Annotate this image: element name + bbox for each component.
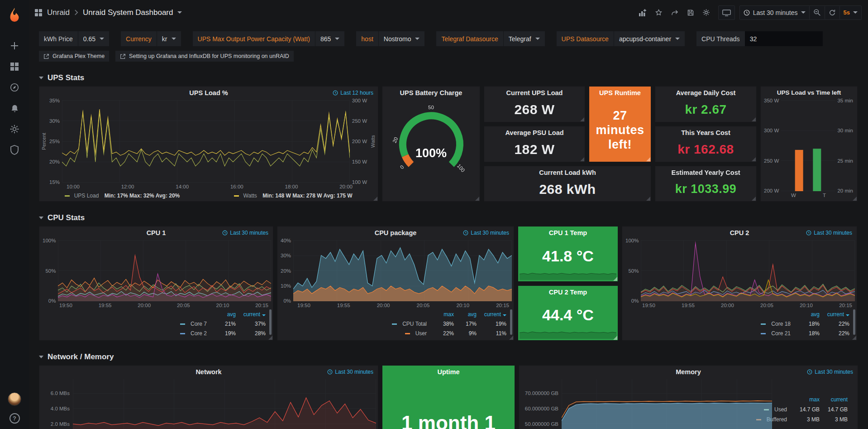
panel-average-psu-load: Average PSU Load 182 W bbox=[484, 126, 585, 162]
panel-title[interactable]: CPU 2 Temp bbox=[518, 286, 618, 299]
series-swatch bbox=[392, 323, 397, 325]
variable-label: UPS Max Output Power Capacity (Watt) bbox=[193, 31, 315, 46]
star-button[interactable] bbox=[651, 6, 666, 19]
dashboard-picker-caret-icon[interactable] bbox=[177, 11, 182, 14]
legend-sort-current[interactable]: current bbox=[821, 310, 849, 319]
grafana-logo-icon[interactable] bbox=[6, 6, 23, 24]
dashboard-settings-button[interactable] bbox=[699, 6, 714, 19]
network-chart-canvas[interactable] bbox=[73, 379, 376, 429]
variable-value-dropdown[interactable]: apcupsd-container bbox=[614, 31, 685, 46]
panel-title[interactable]: Current UPS Load bbox=[484, 87, 585, 99]
add-panel-button[interactable] bbox=[635, 6, 650, 19]
variable-currency: Currency kr bbox=[121, 31, 181, 46]
link-ups-monitoring-guide[interactable]: Setting up Grafana and InfluxDB for UPS … bbox=[115, 51, 294, 62]
legend-series-toggle[interactable]: Watts bbox=[243, 193, 257, 199]
y-axis-ticks-left: 350 W300 W250 W200 W bbox=[762, 98, 781, 193]
memory-chart-canvas[interactable] bbox=[562, 379, 772, 429]
panel-title[interactable]: UPS Battery Charge bbox=[382, 87, 480, 99]
panel-title[interactable]: Average Daily Cost bbox=[655, 87, 756, 99]
dashboard-title[interactable]: Unraid System Dashboard bbox=[83, 8, 173, 17]
panel-title[interactable]: Uptime bbox=[382, 366, 515, 378]
legend-sort-avg[interactable]: avg bbox=[797, 310, 820, 319]
variable-cpu-threads: CPU Threads bbox=[696, 31, 823, 46]
refresh-interval-picker[interactable]: 5s bbox=[839, 6, 861, 19]
panel-title[interactable]: Current Load kWh bbox=[484, 166, 651, 179]
panel-current-ups-load: Current UPS Load 268 W bbox=[484, 86, 585, 122]
legend-series-toggle[interactable]: Core 2 bbox=[180, 329, 211, 338]
apps-grid-icon[interactable] bbox=[34, 9, 43, 17]
settings-gear-icon[interactable] bbox=[5, 120, 24, 139]
panel-title[interactable]: UPS Runtime bbox=[589, 87, 651, 99]
legend-series-toggle[interactable]: Core 21 bbox=[761, 329, 795, 338]
y-axis-ticks-right: 300 W250 W200 W150 W100 W bbox=[350, 98, 369, 185]
panel-title[interactable]: Estimated Yearly Cost bbox=[655, 166, 756, 179]
variable-value-dropdown[interactable]: 0.65 bbox=[78, 31, 109, 46]
variable-ups-datasource: UPS Datasource apcupsd-container bbox=[557, 31, 685, 46]
create-plus-icon[interactable] bbox=[5, 36, 24, 55]
panel-title[interactable]: CPU 1 Temp bbox=[518, 227, 618, 239]
sort-caret-icon bbox=[262, 314, 266, 316]
sidebar: ? bbox=[0, 0, 29, 429]
cpu-package-chart-canvas[interactable] bbox=[293, 240, 512, 301]
link-grafana-plex-theme[interactable]: Grafana Plex Theme bbox=[39, 51, 109, 62]
help-icon[interactable]: ? bbox=[10, 413, 20, 424]
variable-value-dropdown[interactable]: Nostromo bbox=[378, 31, 425, 46]
panel-cpu-package: CPU package Last 30 minutes 40%30%20%10%… bbox=[277, 226, 514, 341]
dashboards-icon[interactable] bbox=[5, 57, 24, 76]
panel-title[interactable]: UPS Load % bbox=[39, 87, 378, 99]
legend-series-toggle[interactable]: User bbox=[405, 329, 431, 338]
legend-series-toggle[interactable]: Core 7 bbox=[180, 319, 211, 329]
legend-sort-avg[interactable]: avg bbox=[456, 310, 477, 319]
cpu-threads-input[interactable] bbox=[745, 31, 823, 46]
x-axis-ticks: 19:5019:5520:0020:0520:1020:15 bbox=[277, 301, 514, 308]
panel-title[interactable]: UPS Load vs Time left bbox=[761, 87, 857, 99]
shield-icon[interactable] bbox=[5, 140, 24, 159]
series-swatch bbox=[180, 323, 185, 325]
legend-sort-max[interactable]: max bbox=[793, 395, 820, 405]
panel-time-override: Last 30 minutes bbox=[806, 230, 852, 236]
legend-row: Core 18 18% 22% bbox=[761, 319, 849, 329]
y-axis-ticks: 100%50%0% bbox=[40, 238, 58, 304]
time-range-picker[interactable]: Last 30 minutes bbox=[740, 6, 809, 19]
zoom-out-button[interactable] bbox=[809, 6, 825, 19]
cpu2-chart-canvas[interactable] bbox=[641, 240, 855, 301]
legend-scrollbar[interactable] bbox=[269, 309, 272, 335]
panel-title[interactable]: Average PSU Load bbox=[484, 126, 585, 139]
row-header-network-memory[interactable]: Network / Memory bbox=[29, 341, 868, 365]
legend-sort-current[interactable]: current bbox=[238, 310, 266, 319]
variable-value-dropdown[interactable]: 865 bbox=[315, 31, 344, 46]
legend-sort-avg[interactable]: avg bbox=[213, 310, 236, 319]
variable-value-dropdown[interactable]: kr bbox=[157, 31, 181, 46]
legend-scrollbar[interactable] bbox=[510, 309, 512, 335]
stat-value: kr 1033.99 bbox=[655, 179, 756, 201]
row-header-ups-stats[interactable]: UPS Stats bbox=[29, 62, 868, 86]
refresh-interval-caret-icon bbox=[853, 11, 858, 14]
panel-time-override: Last 30 minutes bbox=[327, 369, 373, 375]
legend-series-toggle[interactable]: Core 18 bbox=[761, 319, 795, 329]
ups-load-chart-canvas[interactable] bbox=[62, 100, 350, 183]
panel-ups-load-vs-time-left: UPS Load vs Time left 350 W300 W250 W200… bbox=[760, 86, 858, 202]
legend-series-toggle[interactable]: UPS Load bbox=[74, 193, 99, 199]
cycle-view-tv-button[interactable] bbox=[719, 6, 734, 19]
user-avatar[interactable] bbox=[8, 392, 21, 406]
ups-stats-grid: Current UPS Load 268 W UPS Runtime 27 mi… bbox=[484, 86, 757, 202]
alerting-bell-icon[interactable] bbox=[5, 99, 24, 118]
breadcrumb-org[interactable]: Unraid bbox=[47, 8, 70, 17]
cpu1-chart-canvas[interactable] bbox=[58, 240, 271, 301]
legend-sort-max[interactable]: max bbox=[433, 310, 454, 319]
legend-sort-current[interactable]: current bbox=[478, 310, 506, 319]
legend-sort-current[interactable]: current bbox=[821, 395, 848, 405]
row-header-cpu-stats[interactable]: CPU Stats bbox=[29, 202, 868, 226]
explore-compass-icon[interactable] bbox=[5, 78, 24, 97]
ups-bar-chart-canvas[interactable] bbox=[781, 100, 835, 191]
save-button[interactable] bbox=[683, 6, 698, 19]
legend-scrollbar[interactable] bbox=[853, 309, 855, 335]
legend-series-toggle[interactable]: CPU Total bbox=[392, 319, 431, 329]
x-axis-ticks: 19:5019:5520:0020:0520:1020:15 bbox=[39, 301, 273, 308]
share-button[interactable] bbox=[667, 6, 682, 19]
sparkline bbox=[520, 327, 616, 339]
variable-value-dropdown[interactable]: Telegraf bbox=[503, 31, 545, 46]
refresh-button[interactable] bbox=[825, 6, 839, 19]
collapse-caret-icon bbox=[39, 77, 43, 79]
panel-title[interactable]: This Years Cost bbox=[655, 126, 756, 139]
